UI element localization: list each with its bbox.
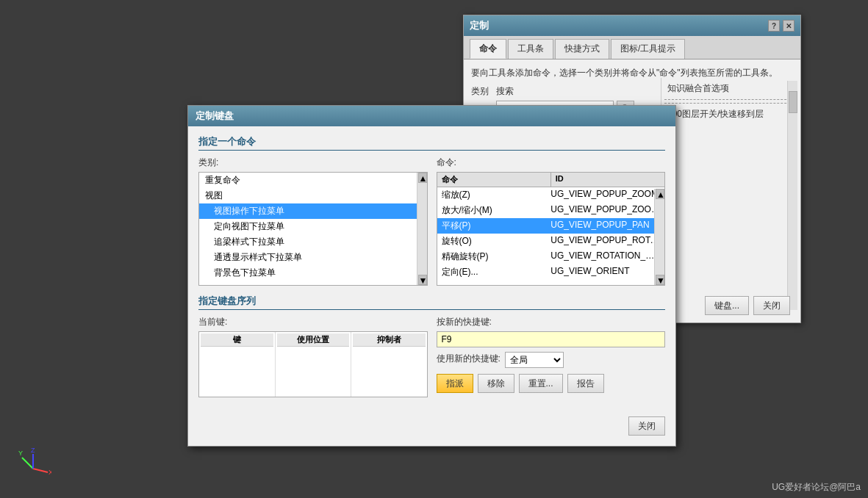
- cat-item-bg[interactable]: 背景色下拉菜单: [199, 265, 427, 281]
- use-loc-col: 使用位置: [276, 332, 352, 397]
- cmd-row-2[interactable]: 平移(P) UG_VIEW_POPUP_PAN: [437, 218, 665, 234]
- cat-item-orient[interactable]: 定向视图下拉菜单: [199, 219, 427, 234]
- cat-scrollbar[interactable]: ▲ ▼: [417, 173, 427, 285]
- svg-text:Y: Y: [18, 450, 23, 457]
- scroll-up-btn[interactable]: ▲: [418, 173, 427, 183]
- cmd-id-1: UG_VIEW_POPUP_ZOOM_I...: [550, 204, 660, 217]
- key-header: 键: [201, 333, 273, 347]
- cmd-name-0: 缩放(Z): [442, 189, 551, 201]
- cmd-id-4: UG_VIEW_ROTATION_PREC...: [550, 250, 660, 263]
- search-label: 搜索: [496, 85, 634, 98]
- category-list[interactable]: 重复命令 视图 视图操作下拉菜单 定向视图下拉菜单 追梁样式下拉菜单 通透显示样…: [198, 172, 428, 286]
- cat-item-beam[interactable]: 追梁样式下拉菜单: [199, 234, 427, 250]
- remove-btn[interactable]: 移除: [478, 374, 514, 393]
- scroll-down-btn[interactable]: ▼: [418, 275, 427, 285]
- command-items: 缩放(Z) UG_VIEW_POPUP_ZOOM 放大/缩小(M) UG_VIE…: [437, 187, 665, 284]
- suppressor-header: 抑制者: [353, 333, 426, 347]
- divider-line: [664, 99, 797, 100]
- svg-line-2: [33, 469, 48, 472]
- tab-icon-tooltip[interactable]: 图标/工具提示: [611, 39, 685, 59]
- axis-indicator: X Y Z: [15, 447, 51, 483]
- right-list-item-1: 知识融合首选项: [664, 81, 797, 96]
- title-bar-buttons: ? ✕: [768, 20, 795, 32]
- keyboard-dialog: 定制键盘 指定一个命令 类别: 重复命令 视图 视图操作下拉菜单 定向视图下拉菜…: [187, 105, 676, 447]
- cmd-header-name: 命令: [437, 173, 551, 187]
- customize-dialog-title: 定制: [470, 19, 489, 32]
- current-key-area: 当前键: 键 使用位置 抑制者: [198, 316, 428, 397]
- use-loc-header: 使用位置: [277, 333, 350, 347]
- cmd-name-5: 定向(E)...: [442, 266, 551, 278]
- cmd-id-0: UG_VIEW_POPUP_ZOOM: [550, 189, 660, 201]
- new-shortcut-label: 按新的快捷键:: [437, 316, 666, 328]
- cat-item-trans[interactable]: 通透显示样式下拉菜单: [199, 250, 427, 265]
- close-btn-customize-bottom[interactable]: 关闭: [753, 296, 790, 315]
- command-field-label: 命令:: [437, 156, 666, 169]
- tab-toolbar[interactable]: 工具条: [508, 39, 553, 59]
- right-list-item-2: 100图层开关/快速移到层: [664, 107, 797, 122]
- keyboard-dialog-title: 定制键盘: [196, 109, 234, 123]
- customize-bottom-buttons: 键盘... 关闭: [705, 296, 790, 315]
- use-scope-select[interactable]: 全局 本地: [505, 352, 564, 368]
- cmd-scrollbar[interactable]: ▲ ▼: [654, 189, 664, 285]
- category-panel: 类别: 重复命令 视图 视图操作下拉菜单 定向视图下拉菜单 追梁样式下拉菜单 通…: [198, 156, 428, 286]
- scrollbar-thumb: [789, 91, 797, 113]
- cmd-name-4: 精确旋转(P): [442, 250, 551, 263]
- svg-text:Z: Z: [31, 447, 35, 454]
- bottom-two-col: 当前键: 键 使用位置 抑制者 按新的快捷键:: [198, 316, 665, 397]
- cmd-header-id: ID: [551, 173, 664, 187]
- category-field-label: 类别:: [198, 156, 428, 169]
- help-button[interactable]: ?: [768, 20, 780, 32]
- cmd-row-3[interactable]: 旋转(O) UG_VIEW_POPUP_ROTATE: [437, 234, 665, 249]
- cmd-row-0[interactable]: 缩放(Z) UG_VIEW_POPUP_ZOOM: [437, 187, 665, 203]
- cmd-id-3: UG_VIEW_POPUP_ROTATE: [550, 235, 660, 248]
- close-button-customize[interactable]: ✕: [783, 20, 795, 32]
- key-col: 键: [199, 332, 276, 397]
- use-shortcut-label: 使用新的快捷键:: [437, 353, 501, 365]
- use-shortcut-row: 使用新的快捷键: 全局 本地: [437, 352, 666, 368]
- divider-line2: [664, 103, 797, 104]
- cmd-name-1: 放大/缩小(M): [442, 204, 551, 217]
- cat-item-repeat[interactable]: 重复命令: [199, 173, 427, 188]
- keyboard-btn[interactable]: 键盘...: [705, 296, 749, 315]
- svg-text:X: X: [49, 469, 51, 476]
- keyboard-dialog-body: 指定一个命令 类别: 重复命令 视图 视图操作下拉菜单 定向视图下拉菜单 追梁样…: [188, 126, 675, 406]
- keyboard-table: 键 使用位置 抑制者: [198, 331, 428, 397]
- tab-shortcut[interactable]: 快捷方式: [555, 39, 609, 59]
- cmd-scroll-down[interactable]: ▼: [656, 275, 664, 285]
- command-panel: 命令: 命令 ID 缩放(Z) UG_VIEW_POPUP_ZOOM 放大/缩小…: [437, 156, 666, 286]
- axis-svg: X Y Z: [15, 447, 51, 483]
- cmd-row-5[interactable]: 定向(E)... UG_VIEW_ORIENT: [437, 264, 665, 280]
- cmd-id-5: UG_VIEW_ORIENT: [550, 266, 660, 278]
- shortcut-button-row: 指派 移除 重置... 报告: [437, 374, 666, 393]
- reset-btn[interactable]: 重置...: [519, 374, 563, 393]
- cmd-row-4[interactable]: 精确旋转(P) UG_VIEW_ROTATION_PREC...: [437, 249, 665, 264]
- keyboard-dialog-titlebar: 定制键盘: [188, 106, 675, 126]
- right-panel: 知识融合首选项 100图层开关/快速移到层: [661, 78, 800, 313]
- tab-command[interactable]: 命令: [470, 39, 506, 59]
- category-label: 类别: [471, 85, 489, 98]
- assign-btn[interactable]: 指派: [437, 374, 473, 393]
- tabs-row: 命令 工具条 快捷方式 图标/工具提示: [464, 36, 800, 59]
- shortcut-input[interactable]: [437, 331, 666, 347]
- cat-item-view[interactable]: 视图: [199, 188, 427, 203]
- cmd-scroll-up[interactable]: ▲: [656, 189, 664, 199]
- right-scrollbar[interactable]: [787, 81, 797, 310]
- suppressor-col: 抑制者: [351, 332, 427, 397]
- section2-title: 指定键盘序列: [198, 295, 665, 310]
- command-list-header: 命令 ID: [437, 173, 665, 187]
- shortcut-input-row: [437, 331, 666, 347]
- cmd-row-1[interactable]: 放大/缩小(M) UG_VIEW_POPUP_ZOOM_I...: [437, 203, 665, 218]
- svg-line-4: [22, 458, 33, 469]
- shortcut-input-area: 按新的快捷键: 使用新的快捷键: 全局 本地 指派 移除 重置... 报告: [437, 316, 666, 397]
- current-key-label: 当前键:: [198, 316, 428, 328]
- cmd-id-2: UG_VIEW_POPUP_PAN: [550, 220, 660, 232]
- cat-item-view-op[interactable]: 视图操作下拉菜单: [199, 203, 427, 219]
- section1-title: 指定一个命令: [198, 135, 665, 151]
- cmd-name-3: 旋转(O): [442, 235, 551, 248]
- two-panel: 类别: 重复命令 视图 视图操作下拉菜单 定向视图下拉菜单 追梁样式下拉菜单 通…: [198, 156, 665, 286]
- report-btn[interactable]: 报告: [567, 374, 604, 393]
- command-list[interactable]: 命令 ID 缩放(Z) UG_VIEW_POPUP_ZOOM 放大/缩小(M) …: [437, 172, 666, 286]
- cmd-name-2: 平移(P): [442, 220, 551, 232]
- close-main-btn[interactable]: 关闭: [628, 416, 665, 436]
- watermark: UG爱好者论坛@阿巴a: [772, 481, 861, 494]
